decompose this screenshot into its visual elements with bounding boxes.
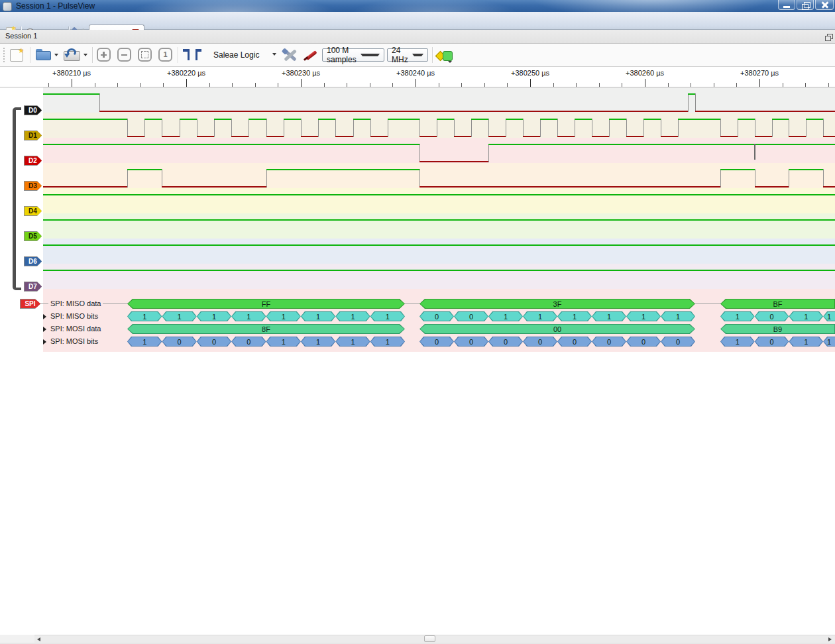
scroll-right-arrow[interactable]: [828, 637, 832, 641]
decoder-tag-spi[interactable]: SPI: [20, 299, 40, 309]
add-decoder-button[interactable]: [436, 48, 453, 63]
channel-tag-label: D3: [25, 182, 44, 190]
signal-D1-low: [626, 136, 643, 137]
decoder-row-label[interactable]: SPI: MOSI bits: [48, 337, 100, 347]
decoder-bit-cell: 1: [335, 311, 370, 321]
minimize-button[interactable]: [778, 0, 795, 10]
signal-edge: [419, 144, 420, 162]
decoder-annotation-miso_hex: BF: [720, 299, 835, 309]
ruler-label: +380220 µs: [167, 69, 205, 77]
channel-tag-D5[interactable]: D5: [24, 231, 42, 241]
zoom-out-button[interactable]: [117, 48, 131, 62]
sample-count-combo[interactable]: 100 M samples: [322, 48, 384, 62]
signal-D7-high: [43, 270, 835, 271]
decoder-bit-cell: 0: [592, 337, 626, 347]
channel-tag-D3[interactable]: D3: [24, 181, 42, 191]
trigger-falling-icon[interactable]: [183, 49, 191, 61]
signal-edge: [575, 119, 575, 137]
sample-rate-caret: [412, 54, 423, 56]
channel-tag-label: D1: [25, 131, 44, 140]
device-selector[interactable]: Saleae Logic: [213, 50, 259, 60]
bit-value: 1: [557, 311, 592, 321]
channel-tag-label: D5: [25, 232, 44, 241]
toolbar-drag-handle[interactable]: [3, 48, 5, 62]
trigger-probe-icon[interactable]: [304, 48, 318, 63]
decoder-row-expand-arrow[interactable]: [43, 314, 46, 319]
scroll-left-arrow[interactable]: [37, 637, 40, 641]
ruler-label: +380270 µs: [740, 69, 779, 77]
signal-D2-low: [419, 161, 488, 162]
decoder-row-label[interactable]: SPI: MISO bits: [48, 311, 100, 321]
signal-D1-high: [678, 119, 720, 120]
bit-value: 1: [301, 311, 335, 321]
signal-D1-low: [823, 136, 835, 137]
sample-rate-combo[interactable]: 24 MHz: [387, 48, 428, 62]
decoder-row-expand-arrow[interactable]: [43, 327, 46, 332]
trigger-rising-icon[interactable]: [194, 49, 202, 61]
decoder-bit-cell: 1: [720, 337, 755, 347]
decoder-row-label[interactable]: SPI: MISO data: [48, 299, 103, 309]
close-button[interactable]: [815, 0, 834, 10]
ruler-minor-tick: [507, 83, 508, 87]
title-bar[interactable]: Session 1 - PulseView: [0, 0, 835, 12]
decoder-bit-cell: 0: [454, 337, 488, 347]
restore-icon-front: [802, 4, 808, 10]
signal-D1-high: [284, 119, 301, 120]
open-dropdown-caret[interactable]: [54, 54, 58, 56]
decoder-bit-cell: 0: [488, 337, 523, 347]
signal-D1-high: [609, 119, 626, 120]
channel-tag-D2[interactable]: D2: [24, 156, 42, 166]
channel-tag-D4[interactable]: D4: [24, 206, 42, 216]
decoder-bit-cell: 1: [266, 311, 301, 321]
decoder-bit-cell: 0: [661, 337, 695, 347]
signal-edge: [419, 119, 420, 137]
decoder-bit-cell: 1: [301, 337, 335, 347]
signal-D1-high: [772, 119, 789, 120]
signal-edge: [419, 169, 420, 188]
session-panel-header[interactable]: Session 1: [0, 30, 835, 44]
separator: [30, 47, 30, 63]
channel-tag-D7[interactable]: D7: [24, 282, 42, 292]
ruler-label: +380250 µs: [511, 69, 549, 77]
signal-D6-high: [43, 244, 835, 246]
bit-value: 1: [127, 337, 162, 347]
signal-D3-low: [43, 186, 127, 188]
signal-edge: [127, 169, 128, 188]
panel-title: Session 1: [5, 32, 37, 40]
open-button[interactable]: [36, 49, 52, 61]
ruler-minor-tick: [691, 83, 691, 87]
signal-D3-low: [823, 186, 835, 188]
decoder-bit-cell: 1: [370, 311, 405, 321]
decoder-row-label[interactable]: SPI: MOSI data: [48, 324, 103, 334]
decoder-bit-cell: 1: [592, 311, 626, 321]
signal-edge: [99, 93, 100, 112]
ruler-minor-tick: [576, 83, 577, 87]
channel-tag-D6[interactable]: D6: [24, 256, 42, 266]
signal-edge: [738, 119, 738, 137]
sample-rate-value: 24 MHz: [392, 46, 408, 64]
save-dropdown-caret[interactable]: [84, 54, 87, 56]
signal-edge: [720, 119, 721, 137]
zoom-one-to-one-button[interactable]: 1: [158, 48, 172, 62]
device-dropdown-caret[interactable]: [272, 53, 276, 56]
decoder-bit-cell: 0: [454, 311, 488, 321]
decoder-bit-cell: 0: [523, 337, 557, 347]
channel-group-bracket[interactable]: [13, 107, 21, 290]
configure-channels-button[interactable]: [282, 48, 297, 62]
decoder-bit-cell: 0: [231, 337, 266, 347]
signal-D1-low: [592, 136, 609, 137]
ruler-minor-tick: [828, 83, 829, 87]
scrollbar-left-pad: [0, 635, 34, 643]
ruler-minor-tick: [255, 83, 256, 87]
zoom-in-button[interactable]: [97, 48, 111, 62]
zoom-fit-button[interactable]: [138, 48, 152, 62]
maximize-button[interactable]: [797, 0, 814, 10]
channel-tag-D1[interactable]: D1: [24, 131, 42, 140]
signal-D3-high: [266, 169, 419, 170]
channel-tag-D0[interactable]: D0: [24, 105, 42, 115]
decoder-bit-cell: 1: [231, 311, 266, 321]
time-ruler[interactable]: +380210 µs+380220 µs+380230 µs+380240 µs…: [0, 67, 835, 87]
save-button[interactable]: [64, 48, 81, 62]
scrollbar-thumb[interactable]: [424, 635, 435, 642]
decoder-row-expand-arrow[interactable]: [43, 339, 46, 345]
